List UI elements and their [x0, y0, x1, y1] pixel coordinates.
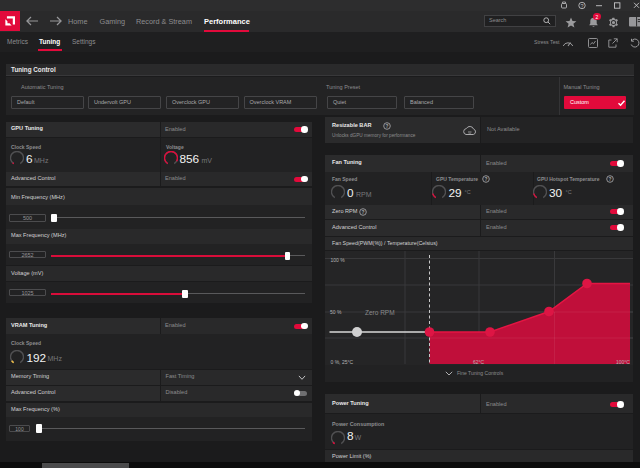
svg-text:100 %: 100 % [331, 256, 346, 262]
svg-text:?: ? [485, 177, 488, 182]
svg-text:62°C: 62°C [473, 358, 485, 364]
svg-text:?: ? [362, 210, 365, 215]
svg-text:?: ? [386, 124, 389, 129]
svg-text:50 %: 50 % [330, 309, 342, 315]
svg-text:0 %, 25°C: 0 %, 25°C [331, 358, 354, 364]
svg-text:?: ? [609, 177, 612, 182]
svg-text:100°C: 100°C [616, 358, 630, 364]
svg-text:Zero RPM: Zero RPM [365, 308, 395, 315]
svg-text:?: ? [580, 3, 583, 9]
